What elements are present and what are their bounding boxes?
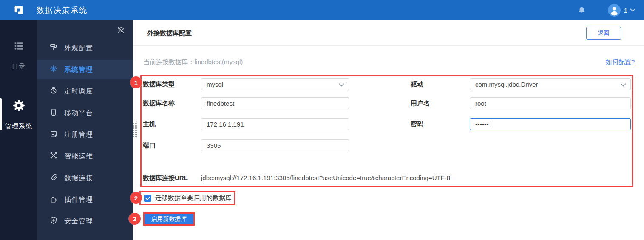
current-db-status: 当前连接数据库：finedbtest(mysql) bbox=[143, 58, 243, 66]
register-doc-icon bbox=[49, 130, 58, 140]
annotation-step-1: 1 bbox=[130, 76, 142, 88]
db-name-label: 数据库名称 bbox=[143, 97, 175, 109]
sidebar-item-security[interactable]: 安全管理 bbox=[37, 212, 133, 231]
db-type-label: 数据库类型 bbox=[143, 78, 175, 90]
password-input[interactable]: •••••• bbox=[470, 118, 631, 130]
sidebar-resize-handle[interactable] bbox=[132, 122, 137, 138]
username-input[interactable] bbox=[470, 97, 631, 109]
paint-roller-icon bbox=[49, 43, 58, 53]
host-input[interactable] bbox=[201, 118, 349, 130]
username-label: 用户名 bbox=[411, 97, 430, 109]
rail-item-label: 管理系统 bbox=[5, 122, 32, 130]
mobile-icon bbox=[49, 108, 58, 118]
annotation-step-2: 2 bbox=[130, 192, 142, 204]
topbar-right: 1 bbox=[578, 0, 635, 20]
stopwatch-icon bbox=[49, 86, 58, 96]
username-badge: 1 bbox=[624, 7, 627, 14]
check-icon bbox=[145, 196, 150, 200]
rail-item-admin-system[interactable]: 管理系统 bbox=[0, 99, 37, 130]
sidebar-menu: 外观配置 系统管理 定时调度 移动平台 注册管理 bbox=[37, 38, 133, 233]
app-logo-icon bbox=[13, 4, 25, 16]
migrate-data-label: 迁移数据至要启用的数据库 bbox=[155, 194, 232, 202]
sidebar-item-label: 插件管理 bbox=[64, 195, 93, 204]
sidebar-item-label: 外观配置 bbox=[64, 44, 93, 53]
sidebar-item-appearance[interactable]: 外观配置 bbox=[37, 38, 133, 58]
gear-outline-icon bbox=[49, 65, 58, 75]
page-header: 外接数据库配置 返回 bbox=[133, 20, 644, 46]
sidebar-item-label: 数据连接 bbox=[64, 174, 93, 183]
network-icon bbox=[49, 151, 58, 161]
sidebar-item-intelligent-ops[interactable]: 智能运维 bbox=[37, 147, 133, 166]
nav-rail: 目录 管理系统 bbox=[0, 20, 37, 240]
sidebar-item-mobile-platform[interactable]: 移动平台 bbox=[37, 103, 133, 123]
db-name-input[interactable] bbox=[201, 97, 349, 109]
db-type-select[interactable]: mysql bbox=[201, 78, 349, 90]
driver-label: 驱动 bbox=[411, 78, 423, 90]
topbar: 数据决策系统 1 bbox=[0, 0, 644, 20]
paperclip-icon bbox=[49, 173, 58, 183]
sidebar-item-label: 安全管理 bbox=[64, 217, 93, 226]
enable-new-db-button[interactable]: 启用新数据库 bbox=[145, 214, 193, 224]
shield-plus-icon bbox=[49, 216, 58, 226]
text-caret bbox=[490, 121, 490, 127]
sidebar-item-label: 移动平台 bbox=[64, 109, 93, 118]
annotation-step-3: 3 bbox=[129, 213, 141, 225]
annotated-button-region: 启用新数据库 bbox=[143, 212, 195, 226]
chevron-down-icon bbox=[339, 81, 344, 88]
notification-bell-icon[interactable] bbox=[578, 6, 586, 14]
page-title: 外接数据库配置 bbox=[147, 20, 192, 45]
migrate-data-checkbox[interactable] bbox=[144, 195, 151, 202]
sidebar-item-label: 系统管理 bbox=[64, 65, 93, 74]
rail-item-label: 目录 bbox=[12, 62, 26, 71]
port-input[interactable] bbox=[201, 139, 349, 151]
chevron-down-icon bbox=[621, 81, 626, 88]
host-label: 主机 bbox=[143, 118, 156, 130]
unpin-icon[interactable] bbox=[117, 26, 125, 34]
driver-select[interactable]: com.mysql.jdbc.Driver bbox=[470, 78, 631, 90]
how-to-configure-link[interactable]: 如何配置? bbox=[606, 58, 635, 66]
list-icon bbox=[13, 40, 25, 54]
sidebar-item-scheduler[interactable]: 定时调度 bbox=[37, 82, 133, 101]
sidebar-item-system-management[interactable]: 系统管理 bbox=[37, 60, 133, 79]
sidebar-item-plugin-management[interactable]: 插件管理 bbox=[37, 190, 133, 209]
app-title: 数据决策系统 bbox=[37, 5, 88, 15]
main-panel: 外接数据库配置 返回 当前连接数据库：finedbtest(mysql) 如何配… bbox=[133, 20, 644, 240]
user-avatar-icon[interactable] bbox=[608, 4, 621, 17]
annotated-form-region: 数据库类型 mysql 驱动 com.mysql.jdbc.Driver 数据库… bbox=[140, 75, 633, 187]
chevron-down-icon[interactable] bbox=[630, 8, 635, 12]
db-url-value: jdbc:mysql://172.16.1.191:3305/finedbtes… bbox=[201, 172, 349, 184]
password-label: 密码 bbox=[411, 118, 423, 130]
puzzle-icon bbox=[49, 195, 58, 205]
port-label: 端口 bbox=[143, 139, 156, 151]
sidebar-item-label: 智能运维 bbox=[64, 152, 93, 161]
db-url-label: 数据库连接URL bbox=[143, 172, 188, 184]
sidebar-item-label: 注册管理 bbox=[64, 130, 93, 139]
sidebar-item-label: 定时调度 bbox=[64, 87, 93, 96]
back-button[interactable]: 返回 bbox=[586, 27, 621, 40]
sidebar-item-registration[interactable]: 注册管理 bbox=[37, 125, 133, 144]
sidebar: 外观配置 系统管理 定时调度 移动平台 注册管理 bbox=[37, 20, 133, 240]
gear-icon bbox=[13, 99, 25, 113]
sidebar-item-data-connection[interactable]: 数据连接 bbox=[37, 168, 133, 188]
rail-item-directory[interactable]: 目录 bbox=[0, 40, 37, 71]
annotated-checkbox-region: 迁移数据至要启用的数据库 bbox=[139, 191, 235, 205]
